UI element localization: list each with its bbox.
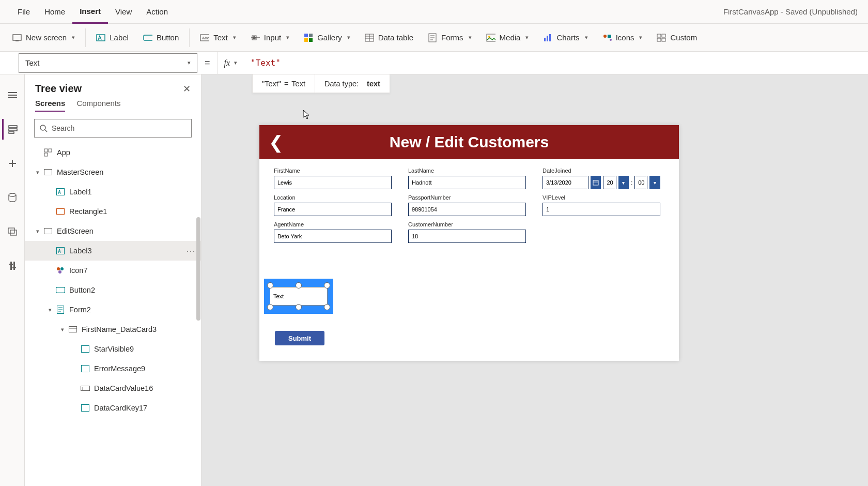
resize-handle[interactable] xyxy=(324,282,330,288)
svg-rect-1 xyxy=(16,40,19,41)
textinput-icon xyxy=(81,384,90,393)
new-screen-button[interactable]: New screen ▾ xyxy=(6,27,81,48)
resize-handle[interactable] xyxy=(324,304,330,310)
treeview-title: Tree view xyxy=(35,83,82,95)
more-icon[interactable]: ··· xyxy=(187,247,196,255)
svg-rect-32 xyxy=(662,38,665,41)
menu-view[interactable]: View xyxy=(108,0,139,24)
tree-node-masterscreen[interactable]: ▾ MasterScreen xyxy=(25,162,201,182)
tree-node-datacard[interactable]: ▾ FirstName_DataCard3 xyxy=(25,320,201,339)
input-custnum[interactable]: 18 xyxy=(408,230,526,243)
insert-custom-button[interactable]: Custom xyxy=(650,27,703,48)
label-icon xyxy=(56,246,65,255)
screen-icon xyxy=(12,33,22,42)
rail-data[interactable] xyxy=(2,187,23,208)
menu-home[interactable]: Home xyxy=(37,0,72,24)
chevron-down-icon: ▾ xyxy=(233,34,236,41)
label-icon xyxy=(96,33,105,42)
chevron-down-icon: ▾ xyxy=(585,34,588,41)
input-location[interactable]: France xyxy=(274,203,392,216)
chevron-down-icon[interactable]: ▾ xyxy=(34,228,41,235)
tree-node-app[interactable]: App xyxy=(25,143,201,162)
divider xyxy=(189,28,190,47)
field-agent: AgentName Beto Yark xyxy=(274,221,392,243)
rail-treeview[interactable] xyxy=(2,119,23,140)
input-passport[interactable]: 98901054 xyxy=(408,203,526,216)
insert-icons-label: Icons xyxy=(616,33,634,42)
insert-charts-button[interactable]: Charts ▾ xyxy=(537,27,594,48)
svg-rect-37 xyxy=(9,129,17,131)
rail-hamburger[interactable] xyxy=(2,85,23,105)
tree-node-datacardkey[interactable]: DataCardKey17 xyxy=(25,398,201,418)
back-arrow-icon[interactable]: ❮ xyxy=(269,132,283,153)
label3-control[interactable]: Text xyxy=(270,287,328,306)
tree-node-label3[interactable]: Label3 ··· xyxy=(25,241,201,261)
insert-label-label: Label xyxy=(110,33,129,42)
input-vip[interactable]: 1 xyxy=(542,203,660,216)
menu-action[interactable]: Action xyxy=(139,0,175,24)
svg-point-26 xyxy=(603,35,607,38)
property-name: Text xyxy=(25,58,40,67)
tree-node-errormessage[interactable]: ErrorMessage9 xyxy=(25,359,201,378)
input-hour[interactable]: 20 xyxy=(603,176,616,189)
tree-node-label1[interactable]: Label1 xyxy=(25,182,201,202)
svg-rect-9 xyxy=(304,34,308,37)
input-agent[interactable]: Beto Yark xyxy=(274,230,392,243)
insert-input-button[interactable]: Input ▾ xyxy=(244,27,296,48)
chevron-down-icon: ▾ xyxy=(469,34,472,41)
svg-rect-52 xyxy=(44,153,48,156)
tree-node-starvisible[interactable]: StarVisible9 xyxy=(25,339,201,359)
chevron-down-icon[interactable]: ▾ xyxy=(34,169,41,176)
screen-title: New / Edit Customers xyxy=(259,133,679,151)
close-icon[interactable]: ✕ xyxy=(183,83,191,95)
resize-handle[interactable] xyxy=(267,304,273,310)
app-preview-screen[interactable]: ❮ New / Edit Customers FirstName Lewis L… xyxy=(259,125,679,361)
label-icon xyxy=(81,344,90,354)
tree-node-form2[interactable]: ▾ Form2 xyxy=(25,300,201,320)
menu-file[interactable]: File xyxy=(10,0,37,24)
input-minute[interactable]: 00 xyxy=(634,176,647,189)
input-date[interactable]: 3/13/2020 xyxy=(542,176,588,189)
resize-handle[interactable] xyxy=(267,282,273,288)
insert-forms-button[interactable]: Forms ▾ xyxy=(422,27,478,48)
insert-datatable-button[interactable]: Data table xyxy=(359,27,420,48)
svg-rect-23 xyxy=(544,38,546,41)
rail-insert[interactable] xyxy=(2,153,23,174)
canvas-area[interactable]: ❮ New / Edit Customers FirstName Lewis L… xyxy=(202,74,868,486)
tree-node-editscreen[interactable]: ▾ EditScreen xyxy=(25,221,201,241)
submit-button[interactable]: Submit xyxy=(275,331,324,345)
svg-rect-46 xyxy=(9,264,13,265)
input-firstname[interactable]: Lewis xyxy=(274,176,392,189)
resize-handle[interactable] xyxy=(296,282,302,288)
tree-search-input[interactable]: Search xyxy=(34,119,192,138)
tree-node-icon7[interactable]: Icon7 xyxy=(25,261,201,280)
rail-advanced[interactable] xyxy=(2,255,23,276)
tree-label: Icon7 xyxy=(69,266,87,275)
insert-icons-button[interactable]: Icons ▾ xyxy=(596,27,649,48)
tree-node-rectangle1[interactable]: Rectangle1 xyxy=(25,202,201,221)
scrollbar-thumb[interactable] xyxy=(196,217,200,321)
chevron-down-icon[interactable]: ▾ xyxy=(47,307,54,313)
tab-screens[interactable]: Screens xyxy=(35,99,65,112)
svg-rect-30 xyxy=(662,34,665,37)
property-selector[interactable]: Text ▾ xyxy=(19,53,197,73)
resize-handle[interactable] xyxy=(296,304,302,310)
tree-node-datacardvalue[interactable]: DataCardValue16 xyxy=(25,378,201,398)
insert-text-button[interactable]: Abc Text ▾ xyxy=(194,27,242,48)
rail-media[interactable] xyxy=(2,221,23,242)
menu-insert[interactable]: Insert xyxy=(72,0,108,24)
tab-components[interactable]: Components xyxy=(76,99,120,112)
chevron-down-icon[interactable]: ▾ xyxy=(59,326,66,333)
tree-node-button2[interactable]: Button2 xyxy=(25,280,201,300)
insert-button-button[interactable]: Button xyxy=(137,27,185,48)
insert-gallery-button[interactable]: Gallery ▾ xyxy=(298,27,357,48)
calendar-icon[interactable] xyxy=(591,176,601,189)
formula-input[interactable]: "Text" xyxy=(243,52,868,74)
fx-button[interactable]: fx ▾ xyxy=(218,52,244,74)
insert-label-button[interactable]: Label xyxy=(90,27,135,48)
hour-dropdown-icon[interactable]: ▾ xyxy=(618,176,629,189)
input-lastname[interactable]: Hadnott xyxy=(408,176,526,189)
insert-media-button[interactable]: Media ▾ xyxy=(480,27,535,48)
selected-label-control[interactable]: Text xyxy=(264,279,333,314)
minute-dropdown-icon[interactable]: ▾ xyxy=(649,176,660,189)
